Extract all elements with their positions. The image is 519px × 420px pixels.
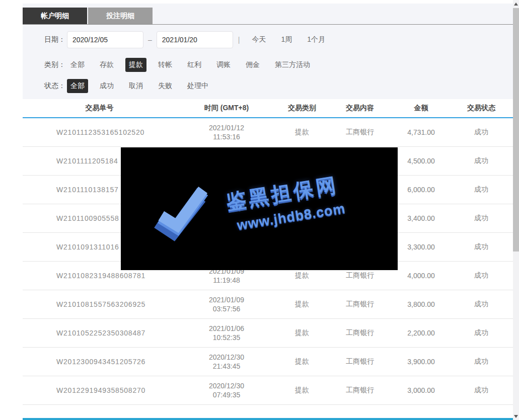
transaction-type: 提款 <box>277 300 327 309</box>
header-content: 交易内容 <box>327 104 393 113</box>
status-option-all[interactable]: 全部 <box>67 79 88 93</box>
transaction-amount: 3,300.00 <box>393 243 450 251</box>
transaction-id: W2012291949358508270 <box>23 386 176 394</box>
status-filter-row: 状态： 全部 成功 取消 失败 处理中 <box>44 79 513 93</box>
transaction-status: 成功 <box>450 357 513 366</box>
transaction-amount: 3,400.00 <box>393 214 450 222</box>
category-filter-row: 类别： 全部 存款 提款 转帐 红利 调账 佣金 第三方活动 <box>44 58 513 72</box>
transaction-clock: 11:53:16 <box>176 132 277 141</box>
header-amount: 金额 <box>393 104 450 113</box>
category-option-thirdparty[interactable]: 第三方活动 <box>271 58 314 72</box>
transaction-content: 工商银行 <box>327 300 393 309</box>
scrollbar[interactable] <box>513 0 519 420</box>
transaction-clock: 11:19:48 <box>176 276 277 285</box>
category-option-withdraw[interactable]: 提款 <box>125 58 146 72</box>
table-row: W2101081557563206925 2021/01/09 03:57:56… <box>23 290 513 319</box>
table-row: W2012291949358508270 2020/12/30 07:49:35… <box>23 376 513 405</box>
quick-range-1week[interactable]: 1周 <box>281 35 292 44</box>
transaction-amount: 6,000.00 <box>393 186 450 194</box>
transaction-status: 成功 <box>450 156 513 165</box>
transaction-date: 2021/01/12 <box>176 123 277 132</box>
tab-account-detail[interactable]: 帐户明细 <box>23 8 87 24</box>
transaction-id: W2012300943451205726 <box>23 358 176 366</box>
transaction-content: 工商银行 <box>327 386 393 395</box>
transaction-status: 成功 <box>450 185 513 194</box>
transaction-amount: 3,800.00 <box>393 300 450 308</box>
arrow-up-icon <box>514 3 518 6</box>
transaction-type: 提款 <box>277 357 327 366</box>
transaction-type: 提款 <box>277 271 327 280</box>
tab-betting-detail[interactable]: 投注明细 <box>88 8 153 24</box>
scrollbar-thumb[interactable] <box>513 8 519 251</box>
status-option-processing[interactable]: 处理中 <box>184 79 212 93</box>
quick-range-today[interactable]: 今天 <box>252 35 266 44</box>
arrow-down-icon <box>514 415 518 418</box>
transaction-time: 2020/12/30 07:49:35 <box>176 381 277 399</box>
transaction-content: 工商银行 <box>327 128 393 137</box>
transaction-clock: 07:49:35 <box>176 390 277 399</box>
category-option-deposit[interactable]: 存款 <box>96 58 117 72</box>
table-header-row: 交易单号 时间 (GMT+8) 交易类别 交易内容 金额 交易状态 <box>23 99 513 118</box>
transaction-time: 2021/01/06 10:52:35 <box>176 324 277 342</box>
transaction-status: 成功 <box>450 300 513 309</box>
status-option-failed[interactable]: 失败 <box>155 79 176 93</box>
divider: | <box>238 36 240 44</box>
category-option-transfer[interactable]: 转帐 <box>155 58 176 72</box>
transaction-clock: 21:43:45 <box>176 362 277 371</box>
header-time: 时间 (GMT+8) <box>176 104 277 113</box>
transaction-amount: 4,500.00 <box>393 157 450 165</box>
table-row: W2012300943451205726 2020/12/30 21:43:45… <box>23 348 513 376</box>
watermark-overlay: 鉴黑担保网 www.jhdb8.com <box>121 147 398 270</box>
header-status: 交易状态 <box>450 104 513 113</box>
status-label: 状态： <box>44 81 65 91</box>
quick-range-1month[interactable]: 1个月 <box>307 35 325 44</box>
header-transaction-id: 交易单号 <box>23 104 176 113</box>
transaction-date: 2021/01/06 <box>176 324 277 333</box>
transaction-id: W2101052252350308487 <box>23 329 176 337</box>
watermark-content: 鉴黑担保网 www.jhdb8.com <box>149 164 347 253</box>
category-option-all[interactable]: 全部 <box>67 58 88 72</box>
scroll-up-button[interactable] <box>513 0 519 8</box>
transaction-amount: 3,900.00 <box>393 358 450 366</box>
transaction-amount: 3,000.00 <box>393 386 450 394</box>
filter-area: 日期： – | 今天 1周 1个月 类别： 全部 存款 提款 转帐 红利 调账 … <box>23 25 513 93</box>
transaction-date: 2020/12/30 <box>176 353 277 362</box>
category-option-commission[interactable]: 佣金 <box>242 58 263 72</box>
transaction-date: 2020/12/30 <box>176 381 277 390</box>
checkmark-logo-icon <box>149 184 224 253</box>
transaction-status: 成功 <box>450 128 513 137</box>
transaction-status: 成功 <box>450 214 513 223</box>
transaction-id: W2101082319488608781 <box>23 272 176 280</box>
category-option-adjustment[interactable]: 调账 <box>213 58 234 72</box>
scroll-down-button[interactable] <box>513 412 519 420</box>
transaction-id: W2101112353165102520 <box>23 128 176 136</box>
status-option-success[interactable]: 成功 <box>96 79 117 93</box>
date-to-input[interactable] <box>157 31 233 48</box>
date-filter-row: 日期： – | 今天 1周 1个月 <box>44 31 513 48</box>
date-label: 日期： <box>44 35 65 44</box>
date-range-separator: – <box>148 36 152 44</box>
watermark-text: 鉴黑担保网 www.jhdb8.com <box>224 171 346 234</box>
transaction-status: 成功 <box>450 242 513 251</box>
transaction-time: 2020/12/30 21:43:45 <box>176 353 277 371</box>
transaction-content: 工商银行 <box>327 357 393 366</box>
transaction-type: 提款 <box>277 386 327 395</box>
status-option-cancelled[interactable]: 取消 <box>125 79 146 93</box>
category-option-bonus[interactable]: 红利 <box>184 58 205 72</box>
transaction-amount: 2,200.00 <box>393 329 450 337</box>
transaction-clock: 10:52:35 <box>176 333 277 342</box>
transaction-status: 成功 <box>450 386 513 395</box>
category-label: 类别： <box>44 60 65 69</box>
transaction-time: 2021/01/09 03:57:56 <box>176 295 277 313</box>
transaction-amount: 4,000.00 <box>393 272 450 280</box>
table-row: W2101112353165102520 2021/01/12 11:53:16… <box>23 118 513 147</box>
transaction-type: 提款 <box>277 328 327 338</box>
date-from-input[interactable] <box>67 31 143 48</box>
transaction-status: 成功 <box>450 328 513 338</box>
bottom-accent-bar <box>23 418 513 420</box>
table-row: W2101052252350308487 2021/01/06 10:52:35… <box>23 319 513 348</box>
transaction-time: 2021/01/12 11:53:16 <box>176 123 277 141</box>
transaction-content: 工商银行 <box>327 271 393 280</box>
header-type: 交易类别 <box>277 104 327 113</box>
transaction-content: 工商银行 <box>327 328 393 338</box>
